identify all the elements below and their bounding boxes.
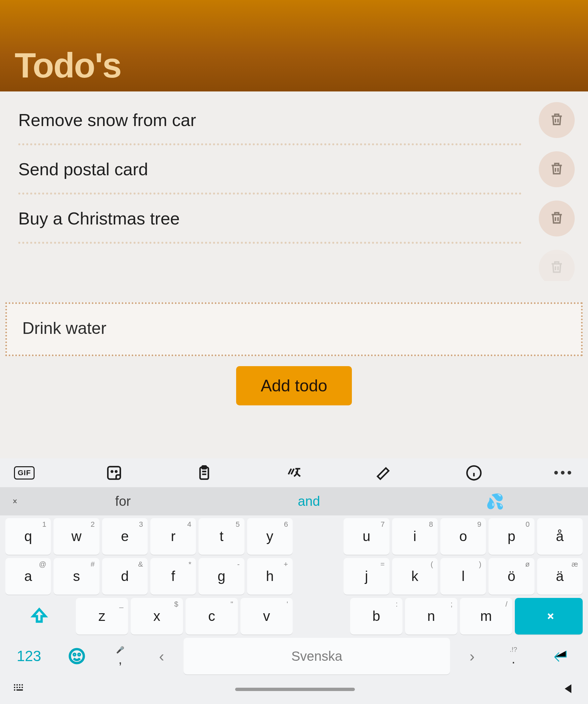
keyboard-row-bottom: 123 🎤, ‹ Svenska › .!?. bbox=[5, 638, 583, 674]
enter-icon bbox=[548, 645, 570, 667]
key-hint: 0 bbox=[525, 520, 529, 529]
spacebar-key[interactable]: Svenska bbox=[184, 638, 450, 674]
key-r[interactable]: 4r bbox=[150, 518, 196, 555]
add-todo-button[interactable]: Add todo bbox=[236, 366, 352, 405]
key-l[interactable]: )l bbox=[440, 558, 486, 595]
new-todo-input[interactable]: Drink water bbox=[5, 302, 583, 356]
key-ä[interactable]: æä bbox=[537, 558, 583, 595]
shift-key[interactable] bbox=[5, 598, 73, 635]
back-icon bbox=[562, 682, 575, 695]
key-label: o bbox=[459, 528, 467, 544]
key-z[interactable]: _z bbox=[76, 598, 128, 635]
svg-rect-18 bbox=[17, 689, 23, 690]
backspace-key[interactable] bbox=[515, 598, 583, 635]
emoji-key[interactable] bbox=[55, 638, 98, 674]
key-v[interactable]: 'v bbox=[240, 598, 293, 635]
key-c[interactable]: "c bbox=[186, 598, 238, 635]
svg-rect-9 bbox=[14, 684, 15, 685]
key-hint: 9 bbox=[477, 520, 481, 529]
trash-icon bbox=[549, 210, 565, 227]
key-q[interactable]: 1q bbox=[5, 518, 51, 555]
key-w[interactable]: 2w bbox=[54, 518, 99, 555]
key-label: e bbox=[121, 528, 129, 544]
key-label: c bbox=[208, 608, 215, 624]
svg-rect-16 bbox=[21, 687, 23, 688]
more-button[interactable]: ••• bbox=[554, 465, 573, 480]
key-label: ö bbox=[508, 568, 515, 584]
keyboard-row: @a#s&d*f-g+h=j(k)løöæä bbox=[5, 558, 583, 595]
pencil-icon bbox=[375, 465, 392, 481]
svg-point-1 bbox=[111, 471, 113, 472]
key-ö[interactable]: øö bbox=[488, 558, 534, 595]
delete-button[interactable] bbox=[539, 250, 575, 281]
key-label: a bbox=[24, 568, 32, 584]
app-header: Todo's bbox=[0, 0, 588, 92]
comma-key[interactable]: 🎤, bbox=[101, 638, 139, 674]
key-hint: ø bbox=[525, 560, 529, 569]
draw-button[interactable] bbox=[374, 465, 394, 481]
key-t[interactable]: 5t bbox=[198, 518, 244, 555]
key-hint: 6 bbox=[284, 520, 288, 529]
key-hint: 8 bbox=[429, 520, 433, 529]
sticker-button[interactable] bbox=[105, 465, 124, 481]
suggestion-left[interactable]: for bbox=[30, 494, 216, 509]
delete-button[interactable] bbox=[539, 200, 575, 236]
enter-key[interactable] bbox=[535, 638, 583, 674]
cursor-left-key[interactable]: ‹ bbox=[142, 638, 181, 674]
key-p[interactable]: 0p bbox=[488, 518, 534, 555]
delete-button[interactable] bbox=[539, 102, 575, 138]
info-button[interactable] bbox=[464, 465, 483, 481]
keyboard-row: 1q2w3e4r5t6y7u8i9o0på bbox=[5, 518, 583, 555]
key-m[interactable]: /m bbox=[460, 598, 512, 635]
key-x[interactable]: $x bbox=[131, 598, 183, 635]
key-y[interactable]: 6y bbox=[247, 518, 293, 555]
key-label: å bbox=[556, 528, 564, 544]
key-hint: _ bbox=[119, 600, 123, 608]
key-g[interactable]: -g bbox=[198, 558, 244, 595]
period-key[interactable]: .!?. bbox=[494, 638, 533, 674]
onscreen-keyboard: GIF ••• ⌄⌃ for and 💦 1q2w3e4r5t6y7u8i9o0… bbox=[0, 458, 588, 704]
clipboard-button[interactable] bbox=[194, 465, 214, 481]
key-u[interactable]: 7u bbox=[344, 518, 389, 555]
expand-suggestions-button[interactable]: ⌄⌃ bbox=[0, 495, 30, 508]
key-s[interactable]: #s bbox=[54, 558, 99, 595]
keyboard-suggestions: ⌄⌃ for and 💦 bbox=[0, 487, 588, 516]
translate-button[interactable] bbox=[284, 465, 304, 481]
key-hint: : bbox=[396, 600, 398, 608]
key-å[interactable]: å bbox=[537, 518, 583, 555]
key-j[interactable]: =j bbox=[344, 558, 389, 595]
key-hint: 5 bbox=[235, 520, 239, 529]
suggestion-right[interactable]: 💦 bbox=[402, 493, 588, 510]
key-label: ä bbox=[556, 568, 564, 584]
key-f[interactable]: *f bbox=[150, 558, 196, 595]
hide-keyboard-button[interactable] bbox=[13, 683, 28, 696]
key-a[interactable]: @a bbox=[5, 558, 51, 595]
key-hint: @ bbox=[39, 560, 46, 569]
key-e[interactable]: 3e bbox=[102, 518, 148, 555]
key-h[interactable]: +h bbox=[247, 558, 293, 595]
delete-button[interactable] bbox=[539, 151, 575, 187]
cursor-right-key[interactable]: › bbox=[453, 638, 491, 674]
svg-point-8 bbox=[78, 654, 80, 655]
key-d[interactable]: &d bbox=[102, 558, 148, 595]
numeric-key[interactable]: 123 bbox=[5, 638, 53, 674]
suggestion-center[interactable]: and bbox=[216, 494, 402, 509]
key-label: d bbox=[121, 568, 129, 584]
gif-button[interactable]: GIF bbox=[15, 466, 34, 479]
keyboard-keys: 1q2w3e4r5t6y7u8i9o0på @a#s&d*f-g+h=j(k)l… bbox=[0, 516, 588, 674]
key-o[interactable]: 9o bbox=[440, 518, 486, 555]
key-hint: # bbox=[91, 560, 95, 569]
todo-text: Send postal card bbox=[18, 159, 539, 179]
home-indicator[interactable] bbox=[235, 688, 355, 691]
key-n[interactable]: ;n bbox=[405, 598, 457, 635]
key-i[interactable]: 8i bbox=[392, 518, 438, 555]
translate-icon bbox=[286, 465, 302, 481]
key-label: w bbox=[71, 528, 81, 544]
key-label: u bbox=[362, 528, 370, 544]
back-button[interactable] bbox=[562, 682, 575, 697]
more-icon: ••• bbox=[554, 465, 574, 480]
key-b[interactable]: :b bbox=[350, 598, 402, 635]
key-hint: & bbox=[138, 560, 143, 569]
key-k[interactable]: (k bbox=[392, 558, 438, 595]
svg-rect-10 bbox=[17, 684, 18, 685]
